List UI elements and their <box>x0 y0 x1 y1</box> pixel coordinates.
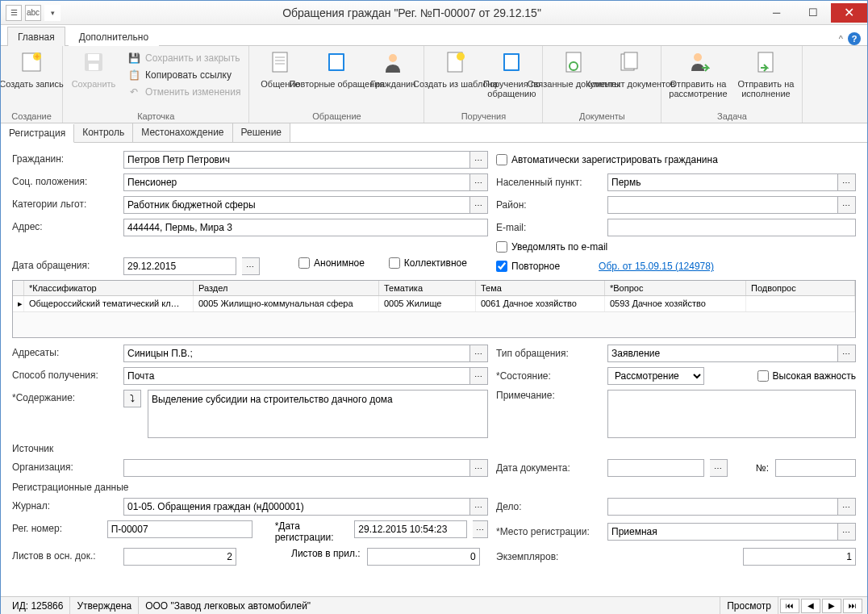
maximize-button[interactable]: ☐ <box>795 3 831 23</box>
save-close-icon: 💾 <box>127 52 140 65</box>
district-lookup-button[interactable]: ⋯ <box>838 196 856 214</box>
close-button[interactable]: ✕ <box>831 3 867 23</box>
subtab-decision[interactable]: Решение <box>233 123 290 142</box>
tab-main[interactable]: Главная <box>7 27 65 46</box>
svg-rect-5 <box>273 52 287 72</box>
method-lookup-button[interactable]: ⋯ <box>470 367 488 385</box>
minimize-button[interactable]: ─ <box>758 3 795 23</box>
help-icon[interactable]: ? <box>848 32 861 45</box>
subtab-registration[interactable]: Регистрация <box>1 124 74 143</box>
org-field[interactable] <box>123 459 470 477</box>
svg-rect-4 <box>89 64 98 70</box>
type-lookup-button[interactable]: ⋯ <box>838 345 856 362</box>
grid-header: *Классификатор Раздел Тематика Тема *Воп… <box>13 281 855 296</box>
send-exec-icon <box>753 49 778 75</box>
nav-first-button[interactable]: ⏮ <box>780 599 799 613</box>
city-label: Населенный пункт: <box>496 177 601 188</box>
save-close-button[interactable]: 💾Сохранить и закрыть <box>124 51 244 65</box>
nav-next-button[interactable]: ▶ <box>822 599 841 613</box>
address-label: Адрес: <box>12 219 117 232</box>
city-lookup-button[interactable]: ⋯ <box>838 173 856 191</box>
svg-rect-3 <box>88 54 99 61</box>
qat-btn-2[interactable]: abc <box>25 5 41 21</box>
appeal-date-field[interactable] <box>123 257 236 275</box>
high-importance-checkbox[interactable]: Высокая важность <box>757 370 856 382</box>
nav-last-button[interactable]: ⏭ <box>843 599 862 613</box>
type-field[interactable] <box>607 345 838 362</box>
case-lookup-button[interactable]: ⋯ <box>838 498 856 516</box>
note-textarea[interactable] <box>607 390 856 438</box>
method-label: Способ получения: <box>12 367 117 381</box>
benefit-field[interactable] <box>123 196 470 214</box>
regnum-field[interactable] <box>107 520 252 538</box>
collective-checkbox[interactable]: Коллективное <box>389 257 467 269</box>
undo-button[interactable]: ↶Отменить изменения <box>124 85 244 99</box>
classifier-grid[interactable]: *Классификатор Раздел Тематика Тема *Воп… <box>12 280 856 338</box>
copies-label: Экземпляров: <box>496 551 601 562</box>
address-field[interactable] <box>123 219 488 236</box>
regdate-picker-button[interactable]: ⋯ <box>473 520 488 538</box>
regplace-field[interactable] <box>607 523 838 541</box>
benefit-lookup-button[interactable]: ⋯ <box>470 196 488 214</box>
state-select[interactable]: Рассмотрение <box>607 367 704 385</box>
new-icon <box>19 49 44 75</box>
email-field[interactable] <box>607 219 856 236</box>
docdate-picker-button[interactable]: ⋯ <box>710 459 728 477</box>
regplace-label: *Место регистрации: <box>496 526 601 537</box>
docnum-field[interactable] <box>775 459 856 477</box>
subtab-control[interactable]: Контроль <box>74 123 133 142</box>
repeat-checkbox[interactable]: Повторное <box>496 261 560 272</box>
method-field[interactable] <box>123 367 470 385</box>
regnum-label: Рег. номер: <box>12 520 101 534</box>
grid-row[interactable]: ▸ Общероссийский тематический кл… 0005 Ж… <box>13 296 855 311</box>
org-lookup-button[interactable]: ⋯ <box>470 459 488 477</box>
orders-by-appeal-button[interactable]: Поручения по обращению <box>486 48 537 100</box>
copies-field[interactable] <box>743 548 856 566</box>
date-picker-button[interactable]: ⋯ <box>242 257 260 275</box>
docdate-field[interactable] <box>607 459 704 477</box>
addressees-lookup-button[interactable]: ⋯ <box>470 345 488 362</box>
type-label: Тип обращения: <box>496 348 601 359</box>
social-lookup-button[interactable]: ⋯ <box>470 173 488 191</box>
regplace-lookup-button[interactable]: ⋯ <box>838 523 856 541</box>
anonymous-checkbox[interactable]: Анонимное <box>298 257 365 269</box>
content-label: *Содержание: <box>12 390 117 403</box>
qat-btn-1[interactable]: ☰ <box>6 5 22 21</box>
journal-lookup-button[interactable]: ⋯ <box>470 498 488 516</box>
collapse-ribbon-icon[interactable]: ^ <box>839 34 843 44</box>
journal-field[interactable] <box>123 498 470 516</box>
citizen-field[interactable] <box>123 151 470 169</box>
autoregister-checkbox[interactable]: Автоматически зарегистрировать гражданин… <box>496 154 718 165</box>
svg-point-20 <box>694 53 702 61</box>
subtab-location[interactable]: Местонахождение <box>133 123 232 142</box>
send-exec-button[interactable]: Отправить на исполнение <box>734 48 797 100</box>
citizen-lookup-button[interactable]: ⋯ <box>470 151 488 169</box>
district-field[interactable] <box>607 196 838 214</box>
social-field[interactable] <box>123 173 470 191</box>
case-field[interactable] <box>607 498 838 516</box>
regdate-field[interactable] <box>354 520 467 538</box>
notify-email-checkbox[interactable]: Уведомлять по e-mail <box>496 241 607 253</box>
social-label: Соц. положения: <box>12 173 117 187</box>
sheets-att-field[interactable] <box>367 548 480 566</box>
doc-icon <box>267 49 293 75</box>
nav-prev-button[interactable]: ◀ <box>801 599 820 613</box>
content-expand-button[interactable]: ⤵ <box>123 390 141 407</box>
sheets-main-label: Листов в осн. док.: <box>12 548 117 562</box>
book-icon <box>323 49 349 75</box>
copy-link-button[interactable]: 📋Копировать ссылку <box>124 68 244 82</box>
svg-rect-19 <box>624 52 637 69</box>
date-label: Дата обращения: <box>12 257 117 271</box>
ribbon-tabs: Главная Дополнительно ^ ? <box>1 25 867 46</box>
docdate-label: Дата документа: <box>496 462 601 474</box>
tab-extra[interactable]: Дополнительно <box>69 27 159 46</box>
qat-dropdown[interactable]: ▾ <box>44 5 61 21</box>
addressees-field[interactable] <box>123 345 470 362</box>
content-textarea[interactable]: Выделение субсидии на строительство дачн… <box>148 390 488 438</box>
city-field[interactable] <box>607 173 838 191</box>
save-button[interactable]: Сохранить <box>68 48 119 90</box>
previous-appeal-link[interactable]: Обр. от 15.09.15 (124978) <box>599 261 714 272</box>
save-icon <box>81 49 106 75</box>
status-state: Утверждена <box>70 597 139 614</box>
sheets-main-field[interactable] <box>123 548 236 566</box>
